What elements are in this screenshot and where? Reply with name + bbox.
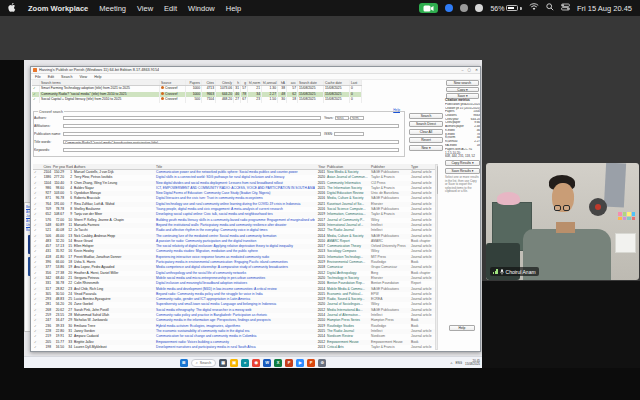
save-results--button[interactable]: Save Results ▾ — [445, 168, 480, 174]
menu-view[interactable]: View — [137, 4, 153, 13]
results-scrollbar[interactable] — [435, 164, 438, 350]
spotlight-search-icon[interactable] — [546, 3, 554, 13]
query-field-row: Keywords: — [34, 147, 403, 153]
publisher-cell: Taylor & Francis — [370, 345, 410, 350]
pop-menu-file[interactable]: File — [35, 75, 41, 79]
taskbar-icon-chrome-browser[interactable]: ◉ — [252, 359, 260, 367]
search-button[interactable]: Search — [409, 113, 443, 119]
participant-video-tile[interactable]: Choirul Anam — [486, 163, 639, 280]
taskbar-icon-edge-browser[interactable]: e — [241, 359, 249, 367]
per-year-cell: 16.50 — [52, 345, 65, 350]
copy--button[interactable]: Copy ▾ — [446, 87, 479, 93]
status-app-light-icon[interactable] — [475, 4, 483, 12]
taskbar-icon-word[interactable]: W — [263, 359, 271, 367]
metrics-note: Select one or more results in the list, … — [445, 176, 480, 194]
title-words-input[interactable]: Community Radio? "social media" broadcas… — [63, 140, 399, 145]
copy-results--button[interactable]: Copy Results ▾ — [445, 160, 480, 166]
column-header: Rank — [65, 164, 73, 169]
tray-language[interactable]: ENG — [455, 361, 462, 365]
column-header: Year — [315, 164, 326, 169]
menu-zoom-workplace[interactable]: Zoom Workplace — [28, 4, 88, 13]
apple-icon[interactable] — [8, 3, 17, 13]
status-app-blue-icon[interactable] — [445, 4, 453, 12]
pop-window-title: Harzing's Publish or Perish (Windows 11)… — [39, 68, 159, 72]
clear-all-button[interactable]: Clear All — [409, 129, 443, 135]
control-center-icon[interactable] — [561, 3, 570, 13]
pop-titlebar[interactable]: Harzing's Publish or Perish (Windows 11)… — [31, 67, 480, 74]
title-link[interactable]: Development narratives and participatory… — [155, 345, 315, 350]
field-label: Keywords: — [34, 148, 63, 152]
taskbar-icon-publish-or-perish-app[interactable]: P — [307, 359, 315, 367]
participant-name: Choirul Anam — [506, 269, 536, 275]
taskbar-icon-task-view[interactable]: ▦ — [219, 359, 227, 367]
rank-cell: 34 — [65, 345, 73, 350]
wifi-icon[interactable] — [529, 3, 539, 13]
pop-menu-help[interactable]: Help — [94, 75, 101, 79]
pop-menu-search[interactable]: Search — [61, 75, 72, 79]
close-button[interactable]: ✕ — [475, 68, 478, 72]
taskbar-search-box[interactable]: ⌕Search — [191, 359, 216, 367]
column-header: Cites/y — [216, 80, 234, 85]
help-button[interactable]: Help — [449, 325, 475, 331]
menu-window[interactable]: Window — [188, 4, 215, 13]
minimize-button[interactable]: – — [462, 68, 464, 72]
help-link[interactable]: Help — [393, 108, 400, 112]
taskbar-icon-excel[interactable]: X — [274, 359, 282, 367]
query-field-row: Publication name:ISSN: — [34, 131, 403, 137]
saved-search-row[interactable]: ✓Social Capital + Digital literacy (titl… — [32, 97, 362, 103]
column-header: Search date — [298, 80, 324, 85]
publication-name-input[interactable] — [63, 132, 321, 137]
taskbar-icon-start[interactable]: ⊞ — [180, 359, 188, 367]
zoom-recording-camera-icon[interactable] — [419, 3, 438, 13]
hanging-towel — [604, 163, 626, 208]
year-from-input[interactable]: 2010 — [335, 116, 349, 121]
search-direct-button[interactable]: Search Direct — [409, 121, 443, 127]
menubar-clock[interactable]: Fri 15 Aug 20.45 — [577, 4, 632, 13]
tray-chevron-icon[interactable]: ^ — [451, 361, 453, 366]
pop-menu-view[interactable]: View — [79, 75, 87, 79]
cell: 27 — [234, 97, 241, 103]
metric-value: 18 — [477, 144, 480, 148]
microphone-icon — [500, 269, 504, 275]
affiliations-input[interactable] — [63, 124, 399, 129]
result-row[interactable]: ✓19816.5034Lauren Dyll-MyklebustDevelopm… — [33, 345, 435, 350]
column-header: Per year — [52, 164, 65, 169]
taskbar-icon-powerpoint[interactable]: P — [285, 359, 293, 367]
search-buttons-column: SearchSearch DirectClear AllRevertNew ▾ — [409, 113, 443, 153]
column-header: Cache date — [324, 80, 350, 85]
revert-button[interactable]: Revert — [409, 137, 443, 143]
tray-clock[interactable]: 20.4515/08/2025 — [465, 360, 480, 367]
query-field-row: Authors:Years:2010-2025 — [34, 115, 403, 121]
participant-name-tag: Choirul Anam — [490, 267, 539, 276]
authors-input[interactable] — [63, 116, 321, 121]
taskbar-icon-file-explorer[interactable]: ▣ — [230, 359, 238, 367]
year-to-input[interactable]: 2025 — [350, 116, 364, 121]
menu-help[interactable]: Help — [226, 4, 241, 13]
cell: 0 — [350, 97, 362, 103]
new--button[interactable]: New ▾ — [409, 145, 443, 151]
menu-edit[interactable]: Edit — [164, 4, 177, 13]
electric-fan — [589, 198, 607, 216]
column-header: Title — [155, 164, 315, 169]
year-cell: 2013 — [315, 345, 326, 350]
column-header: Last — [350, 80, 362, 85]
whiteboard — [615, 233, 636, 253]
keywords-input[interactable] — [63, 148, 399, 153]
system-tray[interactable]: ^ ENG 20.4515/08/2025 — [451, 357, 480, 368]
shared-screen: BerandaArtikelJurnalArsipUnduhanBantuan … — [24, 60, 482, 368]
saved-searches-table: Search termsSourcePapersCitesCites/yhghI… — [32, 80, 362, 103]
taskbar-icon-zoom-app[interactable]: ▶ — [296, 359, 304, 367]
pop-menu-edit[interactable]: Edit — [48, 75, 54, 79]
maximize-button[interactable]: ▢ — [468, 68, 471, 72]
column-header: hI,annual — [262, 80, 278, 85]
metrics-title: Citation metrics — [445, 98, 480, 102]
taskbar-icon-settings[interactable]: ⚙ — [318, 359, 326, 367]
status-app-gray-icon[interactable] — [460, 4, 468, 12]
cites-cell: 198 — [39, 345, 52, 350]
cell: 1.50 — [262, 97, 278, 103]
issn-input[interactable] — [334, 132, 364, 137]
column-header: hA — [278, 80, 287, 85]
new-search-button[interactable]: New search — [446, 80, 479, 86]
menu-meeting[interactable]: Meeting — [99, 4, 126, 13]
cell: ✓ — [32, 97, 40, 103]
